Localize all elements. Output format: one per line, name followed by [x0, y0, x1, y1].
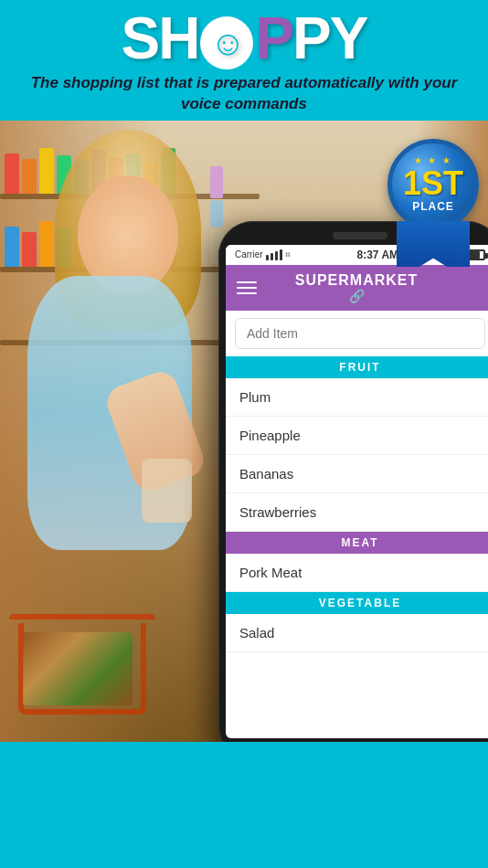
hamburger-line-1: [237, 281, 257, 283]
badge-circle: ★ ★ ★ 1ST PLACE: [387, 139, 479, 230]
app-nav-header: SUPERMARKET 🔗: [226, 265, 488, 311]
phone-outer-frame: Carrier ⌗ 8:37 AM: [218, 221, 488, 742]
logo-face: ☺: [200, 16, 253, 69]
list-item-plum[interactable]: Plum: [226, 378, 488, 417]
status-left: Carrier ⌗: [235, 249, 291, 260]
list-item-pork-meat[interactable]: Pork Meat: [226, 554, 488, 592]
app-logo: SH☺PPY: [0, 9, 488, 69]
first-place-badge: ★ ★ ★ 1ST PLACE: [387, 139, 479, 267]
badge-ribbons: [397, 226, 470, 267]
woman-figure: [0, 121, 247, 742]
app-screen-title: SUPERMARKET: [295, 272, 419, 289]
app-header-section: SH☺PPY The shopping list that is prepare…: [0, 0, 488, 121]
list-item-pineapple[interactable]: Pineapple: [226, 417, 488, 455]
badge-label: PLACE: [412, 200, 454, 213]
signal-indicator: [266, 249, 282, 260]
main-image-area: ★ ★ ★ 1ST PLACE Carrier: [0, 121, 488, 742]
phone-mockup: Carrier ⌗ 8:37 AM: [218, 221, 488, 742]
logo-p-purple: P: [255, 5, 292, 71]
badge-rank: 1ST: [403, 167, 463, 200]
app-tagline: The shopping list that is prepared autom…: [0, 69, 488, 121]
add-item-section: [226, 311, 488, 356]
wifi-icon: ⌗: [285, 249, 291, 260]
list-item-strawberries[interactable]: Strawberries: [226, 493, 488, 532]
link-icon: 🔗: [349, 289, 365, 303]
logo-ppy: PY: [292, 5, 366, 71]
phone-screen: Carrier ⌗ 8:37 AM: [226, 245, 488, 738]
list-item-bananas[interactable]: Bananas: [226, 455, 488, 493]
category-fruit-header: FRUIT: [226, 356, 488, 378]
phone-speaker: [333, 232, 387, 239]
add-item-input[interactable]: [235, 318, 485, 349]
category-vegetable-header: VEGETABLE: [226, 592, 488, 614]
list-item-salad[interactable]: Salad: [226, 614, 488, 652]
hamburger-menu[interactable]: [237, 281, 257, 294]
app-header-center: SUPERMARKET 🔗: [257, 272, 456, 303]
logo-sh: SH: [122, 5, 199, 71]
hamburger-line-3: [237, 292, 257, 294]
badge-ribbon-right: [429, 221, 470, 267]
carrier-text: Carrier: [235, 249, 263, 259]
hamburger-line-2: [237, 287, 257, 289]
category-meat-header: MEAT: [226, 532, 488, 554]
